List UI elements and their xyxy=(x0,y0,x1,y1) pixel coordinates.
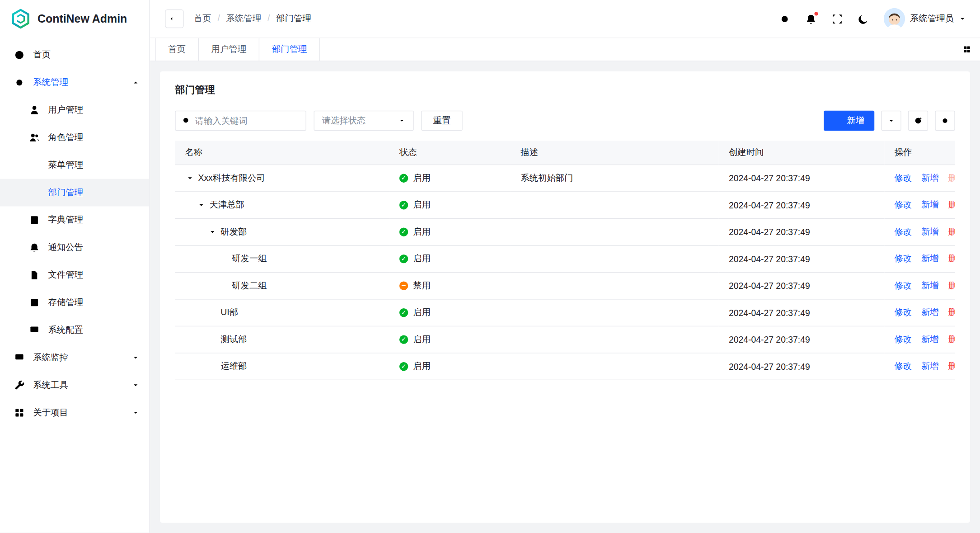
user-menu[interactable]: 系统管理员 xyxy=(884,8,966,29)
user-name: 系统管理员 xyxy=(910,13,954,24)
created-time: 2024-04-27 20:37:49 xyxy=(719,326,885,353)
refresh-button[interactable] xyxy=(908,111,928,131)
table-row: 研发一组 ✓启用 2024-04-27 20:37:49 修改新增删除 xyxy=(175,245,955,272)
user-group-icon xyxy=(29,132,40,143)
sidebar-item-system-management[interactable]: 系统管理 xyxy=(0,69,150,96)
sidebar-item-dictionary-management[interactable]: 字典管理 xyxy=(0,206,150,234)
add-link[interactable]: 新增 xyxy=(921,199,939,209)
dept-description xyxy=(511,326,719,353)
status-badge: ✓启用 xyxy=(399,226,501,237)
gear-icon xyxy=(14,77,25,88)
breadcrumb-home[interactable]: 首页 xyxy=(194,13,211,24)
notifications-icon[interactable] xyxy=(805,13,817,24)
sidebar-item-user-management[interactable]: 用户管理 xyxy=(0,96,150,124)
sidebar-item-file-management[interactable]: 文件管理 xyxy=(0,261,150,289)
settings-icon[interactable] xyxy=(779,13,791,24)
grid-icon xyxy=(14,407,25,419)
edit-link[interactable]: 修改 xyxy=(894,334,912,344)
delete-link[interactable]: 删除 xyxy=(948,199,955,209)
search-input[interactable] xyxy=(195,116,300,126)
delete-link[interactable]: 删除 xyxy=(948,253,955,263)
status-badge: ✓启用 xyxy=(399,360,501,372)
tab-user-management[interactable]: 用户管理 xyxy=(199,38,259,61)
sidebar-item-system-config[interactable]: 系统配置 xyxy=(0,316,150,344)
dept-name: 测试部 xyxy=(220,334,247,345)
status-enabled-icon: ✓ xyxy=(399,335,408,344)
keyword-search xyxy=(175,111,306,131)
dept-name: 研发二组 xyxy=(232,280,267,291)
sidebar-item-storage-management[interactable]: 存储管理 xyxy=(0,289,150,316)
add-link[interactable]: 新增 xyxy=(921,280,939,290)
edit-link[interactable]: 修改 xyxy=(894,199,912,209)
status-badge: ✓启用 xyxy=(399,172,501,184)
breadcrumb-system-management[interactable]: 系统管理 xyxy=(211,13,262,24)
created-time: 2024-04-27 20:37:49 xyxy=(719,299,885,325)
table-row: 研发部 ✓启用 2024-04-27 20:37:49 修改新增删除 xyxy=(175,218,955,245)
add-link[interactable]: 新增 xyxy=(921,360,939,370)
dept-name: UI部 xyxy=(220,307,238,318)
plus-icon xyxy=(834,116,842,125)
sidebar-item-home[interactable]: 首页 xyxy=(0,41,150,69)
sidebar-item-about-project[interactable]: 关于项目 xyxy=(0,399,150,427)
dept-name: 运维部 xyxy=(220,360,247,372)
add-link[interactable]: 新增 xyxy=(921,253,939,263)
export-download-button[interactable] xyxy=(881,111,901,131)
edit-link[interactable]: 修改 xyxy=(894,172,912,182)
dark-mode-moon-icon[interactable] xyxy=(858,13,869,24)
tab-department-management[interactable]: 部门管理 xyxy=(259,38,320,61)
earth-icon xyxy=(14,49,25,61)
reset-button[interactable]: 重置 xyxy=(421,111,462,131)
edit-link[interactable]: 修改 xyxy=(894,280,912,290)
delete-link[interactable]: 删除 xyxy=(948,307,955,317)
chevron-up-icon xyxy=(132,79,140,86)
collapse-caret-icon[interactable] xyxy=(207,228,217,236)
dept-description xyxy=(511,299,719,325)
page-tabs: 首页 用户管理 部门管理 xyxy=(150,38,980,61)
sidebar-item-notice[interactable]: 通知公告 xyxy=(0,234,150,261)
delete-link[interactable]: 删除 xyxy=(948,334,955,344)
header-actions: 系统管理员 xyxy=(779,8,966,29)
edit-link[interactable]: 修改 xyxy=(894,226,912,236)
edit-link[interactable]: 修改 xyxy=(894,253,912,263)
add-link[interactable]: 新增 xyxy=(921,172,939,182)
status-enabled-icon: ✓ xyxy=(399,308,408,316)
add-button[interactable]: 新增 xyxy=(824,111,874,131)
edit-link[interactable]: 修改 xyxy=(894,307,912,317)
add-link[interactable]: 新增 xyxy=(921,334,939,344)
add-link[interactable]: 新增 xyxy=(921,307,939,317)
status-enabled-icon: ✓ xyxy=(399,174,408,182)
sidebar-item-menu-management[interactable]: 菜单管理 xyxy=(0,151,150,179)
edit-link[interactable]: 修改 xyxy=(894,360,912,370)
status-badge: ✓启用 xyxy=(399,334,501,345)
table-settings-button[interactable] xyxy=(935,111,955,131)
delete-link[interactable]: 删除 xyxy=(948,280,955,290)
brand[interactable]: ContiNew Admin xyxy=(0,0,150,38)
delete-link[interactable]: 删除 xyxy=(948,226,955,236)
fullscreen-icon[interactable] xyxy=(831,13,843,24)
sidebar-item-role-management[interactable]: 角色管理 xyxy=(0,124,150,151)
collapse-caret-icon[interactable] xyxy=(185,174,195,182)
dept-description xyxy=(511,245,719,272)
wrench-icon xyxy=(14,380,25,391)
table-row: 测试部 ✓启用 2024-04-27 20:37:49 修改新增删除 xyxy=(175,326,955,353)
chevron-down-icon xyxy=(959,15,966,23)
tab-home[interactable]: 首页 xyxy=(155,38,199,61)
status-badge: ✓启用 xyxy=(399,253,501,264)
dept-name: 天津总部 xyxy=(209,199,244,211)
status-enabled-icon: ✓ xyxy=(399,254,408,263)
status-enabled-icon: ✓ xyxy=(399,362,408,370)
sidebar-item-department-management[interactable]: 部门管理 xyxy=(0,179,150,207)
column-created-time: 创建时间 xyxy=(719,141,885,165)
sidebar-item-system-tools[interactable]: 系统工具 xyxy=(0,372,150,399)
tab-actions-icon[interactable] xyxy=(962,38,980,61)
table-row: Xxx科技有限公司 ✓启用 系统初始部门 2024-04-27 20:37:49… xyxy=(175,165,955,191)
delete-link[interactable]: 删除 xyxy=(948,360,955,370)
content-area: 部门管理 请选择状态 重置 新增 xyxy=(150,61,980,533)
collapse-caret-icon[interactable] xyxy=(196,201,206,209)
file-icon xyxy=(29,269,40,281)
dept-name: 研发一组 xyxy=(232,253,267,264)
sidebar-item-system-monitor[interactable]: 系统监控 xyxy=(0,344,150,372)
menu-fold-icon[interactable] xyxy=(165,9,183,28)
status-select[interactable]: 请选择状态 xyxy=(314,111,413,131)
add-link[interactable]: 新增 xyxy=(921,226,939,236)
